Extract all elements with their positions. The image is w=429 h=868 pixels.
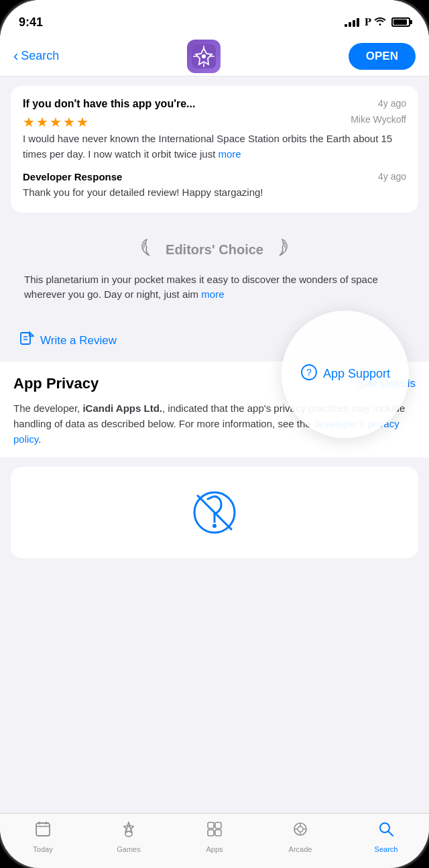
app-support-label: App Support	[323, 367, 390, 381]
editors-choice-more-link[interactable]: more	[201, 288, 224, 300]
tab-games[interactable]: Games	[86, 820, 172, 853]
review-body: I would have never known the Internation…	[23, 131, 406, 162]
tab-today[interactable]: Today	[0, 820, 86, 853]
review-more-link[interactable]: more	[219, 148, 241, 160]
arcade-icon	[292, 820, 309, 843]
battery-icon	[391, 17, 410, 27]
status-icons: 𝚸	[345, 16, 410, 28]
dev-response-body: Thank you for your detailed review! Happ…	[23, 185, 406, 201]
review-stars: ★★★★★	[23, 114, 90, 130]
svg-point-2	[202, 54, 206, 58]
editors-choice-header: Editors' Choice	[24, 237, 405, 263]
svg-rect-22	[215, 830, 221, 836]
editors-choice-body: This planetarium in your pocket makes it…	[24, 272, 405, 303]
privacy-title: App Privacy	[13, 375, 99, 392]
write-review-button[interactable]: Write a Review	[19, 331, 117, 351]
nav-bar: ‹ Search OPEN	[0, 36, 429, 76]
svg-text:?: ?	[306, 367, 312, 378]
action-row: Write a Review ? App Support	[0, 324, 429, 362]
editors-choice-label: Editors' Choice	[166, 242, 263, 258]
svg-rect-20	[215, 822, 221, 828]
svg-point-14	[212, 524, 217, 528]
tab-arcade[interactable]: Arcade	[257, 820, 343, 853]
app-support-icon: ?	[300, 364, 318, 384]
dev-response-time: 4y ago	[378, 171, 406, 182]
tab-arcade-label: Arcade	[289, 845, 312, 853]
laurel-left-icon	[140, 237, 159, 263]
scroll-content: If you don't have this app you're... 4y …	[0, 76, 429, 813]
app-support-circle: ? App Support	[282, 311, 409, 438]
write-review-label: Write a Review	[40, 334, 117, 347]
review-time: 4y ago	[378, 98, 406, 109]
status-time: 9:41	[19, 15, 43, 30]
write-review-icon	[19, 331, 35, 351]
tab-apps-label: Apps	[206, 845, 223, 853]
tab-games-label: Games	[117, 845, 140, 853]
dev-response-header: Developer Response 4y ago	[23, 171, 406, 182]
apps-icon	[206, 820, 223, 843]
no-tracking-icon	[188, 486, 241, 539]
search-icon	[377, 820, 395, 843]
svg-rect-15	[36, 823, 50, 836]
app-icon	[187, 40, 221, 73]
svg-rect-19	[208, 822, 214, 828]
svg-line-26	[389, 832, 393, 836]
tab-today-label: Today	[33, 845, 52, 853]
wifi-icon: 𝚸	[365, 16, 386, 28]
signal-icon	[345, 17, 359, 27]
tab-search[interactable]: Search	[343, 820, 429, 853]
tab-bar: Today Games Apps	[0, 813, 429, 868]
phone-frame: 9:41 𝚸 ‹ Search	[0, 0, 429, 868]
svg-point-24	[298, 826, 303, 832]
review-header: If you don't have this app you're... 4y …	[23, 98, 406, 110]
svg-rect-7	[21, 333, 30, 344]
laurel-right-icon	[270, 237, 289, 263]
open-button[interactable]: OPEN	[349, 43, 416, 70]
review-card: If you don't have this app you're... 4y …	[11, 86, 418, 213]
review-title: If you don't have this app you're...	[23, 98, 373, 110]
app-support-button[interactable]: ? App Support	[300, 364, 390, 384]
editors-choice-card: Editors' Choice This planetarium in your…	[11, 222, 418, 315]
back-label: Search	[21, 49, 59, 63]
games-icon	[120, 820, 137, 843]
svg-rect-21	[208, 830, 214, 836]
back-button[interactable]: ‹ Search	[13, 49, 59, 64]
developer-name: iCandi Apps Ltd.	[82, 402, 162, 414]
today-icon	[34, 820, 52, 843]
tab-apps[interactable]: Apps	[172, 820, 257, 853]
review-author: Mike Wyckoff	[351, 114, 406, 125]
status-bar: 9:41 𝚸	[0, 0, 429, 36]
chevron-left-icon: ‹	[13, 49, 18, 64]
dev-response-label: Developer Response	[23, 171, 122, 182]
privacy-icon-card	[11, 467, 418, 558]
tab-search-label: Search	[375, 845, 398, 853]
